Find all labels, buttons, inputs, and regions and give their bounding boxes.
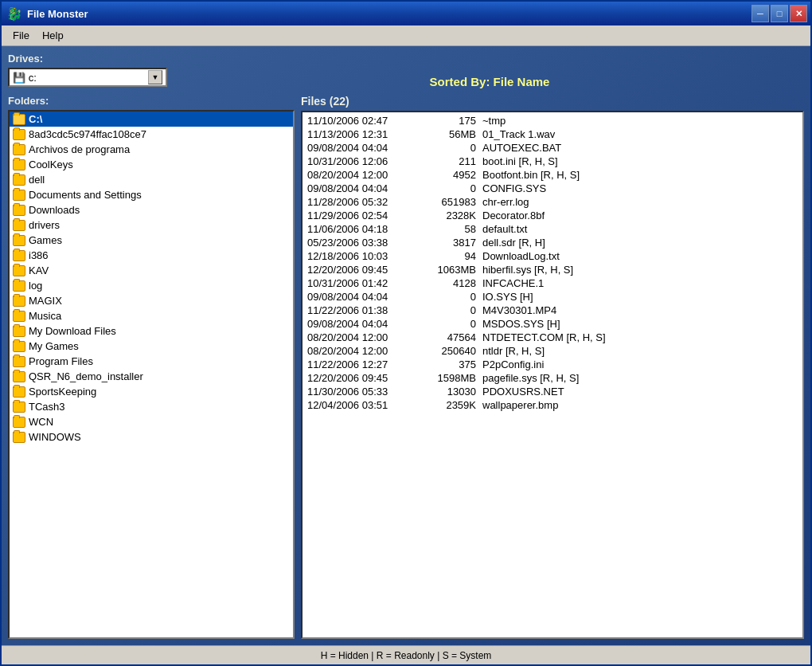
file-name: AUTOEXEC.BAT bbox=[482, 142, 578, 154]
folders-content[interactable]: C:\8ad3cdc5c974ffac108ce7Archivos de pro… bbox=[10, 112, 293, 637]
file-row[interactable]: 12/20/2006 09:451063MBhiberfil.sys [R, H… bbox=[306, 263, 799, 276]
drives-dropdown[interactable]: 💾 c: ▼ bbox=[8, 68, 167, 87]
files-list-container[interactable]: 11/10/2006 02:47175~tmp11/13/2006 12:315… bbox=[301, 111, 804, 639]
file-size: 651983 bbox=[427, 196, 482, 208]
files-label: Files (22) bbox=[301, 95, 804, 108]
folder-item-label: Archivos de programa bbox=[29, 143, 130, 155]
folder-item-label: WCN bbox=[29, 416, 53, 428]
folder-item[interactable]: C:\ bbox=[10, 112, 293, 127]
drives-label: Drives: bbox=[8, 53, 167, 65]
files-panel: Files (22) 11/10/2006 02:47175~tmp11/13/… bbox=[301, 95, 804, 639]
file-datetime: 10/31/2006 01:42 bbox=[307, 277, 427, 289]
folder-icon bbox=[13, 114, 25, 125]
file-name: Bootfont.bin [R, H, S] bbox=[482, 169, 578, 181]
file-name: P2pConfig.ini bbox=[482, 358, 578, 370]
file-name: ~tmp bbox=[482, 115, 578, 127]
file-name: boot.ini [R, H, S] bbox=[482, 155, 578, 167]
file-row[interactable]: 11/22/2006 12:27375P2pConfig.ini bbox=[306, 358, 799, 371]
folder-icon bbox=[13, 402, 25, 413]
file-datetime: 11/30/2006 05:33 bbox=[307, 386, 427, 398]
folder-item[interactable]: Archivos de programa bbox=[10, 142, 293, 157]
file-row[interactable]: 11/22/2006 01:380M4V30301.MP4 bbox=[306, 304, 799, 317]
folder-item[interactable]: SportsKeeping bbox=[10, 384, 293, 399]
folder-item[interactable]: i386 bbox=[10, 248, 293, 263]
file-row[interactable]: 09/08/2004 04:040MSDOS.SYS [H] bbox=[306, 317, 799, 331]
file-row[interactable]: 09/08/2004 04:040AUTOEXEC.BAT bbox=[306, 141, 799, 155]
file-size: 375 bbox=[427, 358, 482, 370]
folder-item[interactable]: Musica bbox=[10, 308, 293, 323]
folder-item[interactable]: WINDOWS bbox=[10, 429, 293, 445]
file-row[interactable]: 09/08/2004 04:040IO.SYS [H] bbox=[306, 290, 799, 304]
file-size: 94 bbox=[427, 250, 482, 262]
file-row[interactable]: 12/20/2006 09:451598MBpagefile.sys [R, H… bbox=[306, 371, 799, 385]
folder-item-label: CoolKeys bbox=[29, 159, 73, 170]
menubar: File Help bbox=[2, 25, 810, 46]
file-name: DownloadLog.txt bbox=[482, 250, 578, 262]
file-datetime: 10/31/2006 12:06 bbox=[307, 155, 427, 167]
file-row[interactable]: 08/20/2004 12:004952Bootfont.bin [R, H, … bbox=[306, 168, 799, 182]
folder-item[interactable]: TCash3 bbox=[10, 399, 293, 414]
file-row[interactable]: 11/13/2006 12:3156MB01_Track 1.wav bbox=[306, 127, 799, 141]
file-row[interactable]: 10/31/2006 01:424128INFCACHE.1 bbox=[306, 276, 799, 290]
file-row[interactable]: 08/20/2004 12:0047564NTDETECT.COM [R, H,… bbox=[306, 331, 799, 344]
dropdown-arrow-icon[interactable]: ▼ bbox=[148, 70, 162, 84]
folder-item-label: My Download Files bbox=[29, 325, 116, 337]
close-button[interactable]: ✕ bbox=[790, 5, 807, 22]
titlebar: 🐉 File Monster ─ □ ✕ bbox=[2, 2, 810, 25]
file-name: 01_Track 1.wav bbox=[482, 128, 578, 140]
file-datetime: 12/18/2006 10:03 bbox=[307, 250, 427, 262]
middle-section: Folders: C:\8ad3cdc5c974ffac108ce7Archiv… bbox=[8, 95, 804, 639]
folder-item[interactable]: WCN bbox=[10, 414, 293, 429]
file-row[interactable]: 11/29/2006 02:542328KDecorator.8bf bbox=[306, 209, 799, 222]
folder-item[interactable]: QSR_N6_demo_installer bbox=[10, 369, 293, 384]
file-name: default.txt bbox=[482, 223, 578, 235]
file-name: dell.sdr [R, H] bbox=[482, 237, 578, 249]
maximize-button[interactable]: □ bbox=[771, 5, 788, 22]
file-row[interactable]: 12/18/2006 10:0394DownloadLog.txt bbox=[306, 249, 799, 263]
file-row[interactable]: 10/31/2006 12:06211boot.ini [R, H, S] bbox=[306, 155, 799, 168]
folder-item[interactable]: log bbox=[10, 278, 293, 293]
folder-item[interactable]: MAGIX bbox=[10, 293, 293, 308]
drives-section: Drives: 💾 c: ▼ bbox=[8, 53, 167, 87]
folder-item[interactable]: Documents and Settings bbox=[10, 187, 293, 202]
file-size: 0 bbox=[427, 291, 482, 303]
file-row[interactable]: 11/28/2006 05:32651983chr-err.log bbox=[306, 195, 799, 209]
file-row[interactable]: 08/20/2004 12:00250640ntldr [R, H, S] bbox=[306, 344, 799, 358]
minimize-button[interactable]: ─ bbox=[751, 5, 769, 22]
folder-item[interactable]: CoolKeys bbox=[10, 157, 293, 172]
file-size: 4128 bbox=[427, 277, 482, 289]
folder-item[interactable]: KAV bbox=[10, 263, 293, 278]
file-size: 58 bbox=[427, 223, 482, 235]
folder-item[interactable]: 8ad3cdc5c974ffac108ce7 bbox=[10, 127, 293, 142]
statusbar-text: H = Hidden | R = Readonly | S = System bbox=[321, 650, 492, 661]
folder-item-label: KAV bbox=[29, 264, 49, 276]
folder-item[interactable]: Program Files bbox=[10, 354, 293, 369]
file-datetime: 11/13/2006 12:31 bbox=[307, 128, 427, 140]
file-datetime: 09/08/2004 04:04 bbox=[307, 318, 427, 330]
menu-help[interactable]: Help bbox=[36, 28, 70, 43]
folder-icon bbox=[13, 280, 25, 292]
folder-icon bbox=[13, 235, 25, 246]
file-row[interactable]: 09/08/2004 04:040CONFIG.SYS bbox=[306, 182, 799, 195]
folder-icon bbox=[13, 174, 25, 186]
folder-item[interactable]: Games bbox=[10, 233, 293, 248]
folder-icon bbox=[13, 371, 25, 382]
folder-icon bbox=[13, 205, 25, 216]
folder-item[interactable]: My Games bbox=[10, 339, 293, 354]
menu-file[interactable]: File bbox=[6, 28, 36, 43]
file-size: 2359K bbox=[427, 399, 482, 411]
main-window: 🐉 File Monster ─ □ ✕ File Help Drives: 💾… bbox=[0, 0, 812, 666]
drive-value: c: bbox=[29, 72, 37, 84]
folder-item[interactable]: drivers bbox=[10, 217, 293, 233]
file-row[interactable]: 11/06/2006 04:1858default.txt bbox=[306, 222, 799, 236]
file-row[interactable]: 12/04/2006 03:512359Kwallpaperer.bmp bbox=[306, 398, 799, 412]
file-name: PDOXUSRS.NET bbox=[482, 386, 578, 398]
file-datetime: 08/20/2004 12:00 bbox=[307, 169, 427, 181]
folder-item[interactable]: dell bbox=[10, 172, 293, 187]
file-size: 175 bbox=[427, 115, 482, 127]
file-row[interactable]: 11/10/2006 02:47175~tmp bbox=[306, 114, 799, 127]
folder-item[interactable]: My Download Files bbox=[10, 323, 293, 339]
folder-item[interactable]: Downloads bbox=[10, 202, 293, 217]
file-row[interactable]: 11/30/2006 05:3313030PDOXUSRS.NET bbox=[306, 385, 799, 398]
file-row[interactable]: 05/23/2006 03:383817dell.sdr [R, H] bbox=[306, 236, 799, 249]
